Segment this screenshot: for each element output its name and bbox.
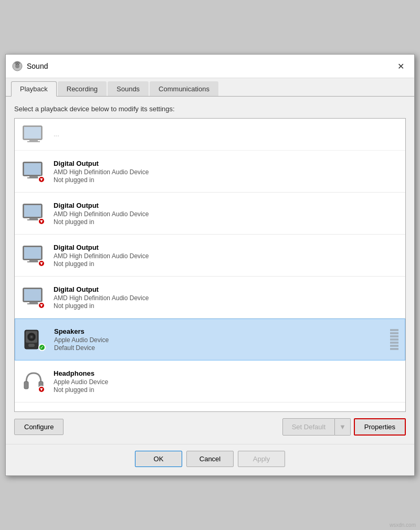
device-driver-speakers: Apple Audio Device [54, 336, 385, 344]
device-info-1: Digital Output AMD High Definition Audio… [54, 160, 399, 184]
not-plugged-indicator-2: ▼ [38, 218, 45, 225]
ok-button[interactable]: OK [135, 451, 182, 467]
instruction-text: Select a playback device below to modify… [14, 105, 406, 113]
device-status-3: Not plugged in [54, 260, 399, 268]
device-list[interactable]: ... ▼ Digital Outp [15, 119, 405, 411]
svg-rect-8 [29, 176, 38, 177]
device-name-speakers: Speakers [54, 327, 385, 335]
device-driver-1: AMD High Definition Audio Device [54, 168, 399, 176]
monitor-icon-4: ▼ [21, 285, 46, 310]
not-plugged-indicator-4: ▼ [38, 302, 45, 309]
dialog-title: Sound [27, 62, 393, 70]
svg-rect-4 [29, 140, 38, 141]
device-info-headphones: Headphones Apple Audio Device Not plugge… [54, 369, 399, 394]
tab-sounds[interactable]: Sounds [108, 81, 149, 96]
device-name-4: Digital Output [54, 285, 399, 293]
device-item-digital-output-2[interactable]: ▼ Digital Output AMD High Definition Aud… [15, 193, 405, 235]
device-status-1: Not plugged in [54, 176, 399, 184]
partial-device-icon [21, 122, 46, 147]
device-item-digital-output-3[interactable]: ▼ Digital Output AMD High Definition Aud… [15, 235, 405, 277]
tab-bar: Playback Recording Sounds Communications [6, 78, 414, 97]
svg-rect-15 [24, 247, 41, 259]
device-driver-4: AMD High Definition Audio Device [54, 294, 399, 302]
sound-dialog: Sound ✕ Playback Recording Sounds Commun… [5, 54, 415, 476]
main-content: Select a playback device below to modify… [6, 97, 414, 444]
set-default-button[interactable]: Set Default [282, 418, 335, 436]
monitor-icon-2: ▼ [21, 201, 46, 226]
svg-rect-5 [27, 141, 40, 142]
svg-point-1 [15, 64, 19, 68]
device-info-speakers: Speakers Apple Audio Device Default Devi… [54, 327, 385, 352]
set-default-dropdown-button[interactable]: ▼ [335, 418, 351, 436]
sound-icon [12, 61, 23, 71]
watermark: wsxdn.com [390, 522, 416, 528]
action-buttons-row: Configure Set Default ▼ Properties [14, 418, 406, 436]
bottom-buttons-row: OK Cancel Apply [6, 444, 414, 475]
svg-rect-11 [24, 205, 41, 217]
not-plugged-indicator-3: ▼ [38, 260, 45, 267]
device-item-headphones[interactable]: ▼ Headphones Apple Audio Device Not plug… [15, 361, 405, 402]
device-name-headphones: Headphones [54, 369, 399, 377]
monitor-icon-1: ▼ [21, 159, 46, 184]
monitor-icon-3: ▼ [21, 243, 46, 268]
device-list-container: ... ▼ Digital Outp [14, 118, 406, 412]
properties-button[interactable]: Properties [354, 418, 406, 436]
device-driver-headphones: Apple Audio Device [54, 378, 399, 386]
device-status-4: Not plugged in [54, 302, 399, 310]
partial-device-item[interactable]: ... [15, 119, 405, 151]
tab-communications[interactable]: Communications [150, 81, 218, 96]
device-status-headphones: Not plugged in [54, 386, 399, 394]
device-status-speakers: Default Device [54, 344, 385, 352]
apply-button[interactable]: Apply [238, 451, 285, 467]
svg-rect-27 [28, 344, 35, 347]
close-button[interactable]: ✕ [393, 59, 408, 73]
device-name-3: Digital Output [54, 243, 399, 251]
headphones-icon: ▼ [21, 369, 46, 394]
device-item-speakers[interactable]: ✓ Speakers Apple Audio Device Default De… [15, 319, 405, 361]
device-driver-3: AMD High Definition Audio Device [54, 252, 399, 260]
device-status-2: Not plugged in [54, 218, 399, 226]
volume-level-icon [390, 329, 398, 350]
not-plugged-indicator: ▼ [38, 176, 45, 183]
svg-rect-28 [24, 381, 28, 389]
svg-rect-7 [24, 163, 41, 175]
tab-recording[interactable]: Recording [58, 81, 107, 96]
cancel-button[interactable]: Cancel [186, 451, 234, 467]
device-item-digital-output-1[interactable]: ▼ Digital Output AMD High Definition Aud… [15, 151, 405, 193]
configure-button[interactable]: Configure [14, 419, 64, 435]
svg-rect-20 [29, 302, 38, 303]
device-item-digital-output-4[interactable]: ▼ Digital Output AMD High Definition Aud… [15, 277, 405, 319]
device-info-2: Digital Output AMD High Definition Audio… [54, 202, 399, 226]
svg-point-26 [30, 336, 33, 338]
svg-rect-19 [24, 289, 41, 301]
partial-device-info: ... [54, 130, 399, 139]
device-info-4: Digital Output AMD High Definition Audio… [54, 285, 399, 310]
svg-rect-16 [29, 260, 38, 261]
set-default-group: Set Default ▼ Properties [282, 418, 406, 436]
device-info-3: Digital Output AMD High Definition Audio… [54, 243, 399, 268]
svg-rect-3 [24, 127, 41, 139]
title-bar: Sound ✕ [6, 55, 414, 78]
svg-rect-12 [29, 218, 38, 219]
device-driver-2: AMD High Definition Audio Device [54, 210, 399, 218]
device-name-1: Digital Output [54, 160, 399, 167]
default-device-indicator: ✓ [38, 344, 46, 351]
not-plugged-indicator-headphones: ▼ [38, 386, 45, 393]
device-name-2: Digital Output [54, 202, 399, 209]
speakers-icon: ✓ [22, 327, 47, 352]
tab-playback[interactable]: Playback [11, 81, 57, 97]
